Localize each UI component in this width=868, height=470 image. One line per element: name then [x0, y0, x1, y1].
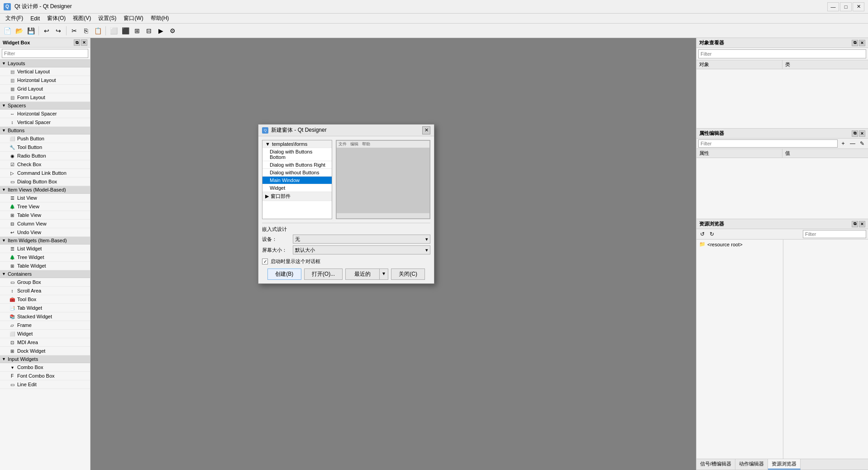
toolbar-redo[interactable]: ↪ [53, 25, 64, 36]
object-inspector-filter-input[interactable] [698, 49, 866, 58]
minimize-button[interactable]: — [827, 2, 839, 11]
category-input-widgets[interactable]: ▼ Input Widgets [0, 355, 90, 363]
tab-signal-slot[interactable]: 信号/槽编辑器 [696, 459, 735, 470]
widget-tree-view[interactable]: 🌲 Tree View [0, 202, 90, 211]
widget-table-view[interactable]: ⊞ Table View [0, 211, 90, 220]
widget-horizontal-layout[interactable]: ▥ Horizontal Layout [0, 76, 90, 85]
menu-window[interactable]: 窗口(W) [120, 14, 147, 23]
widget-vertical-spacer[interactable]: ↕ Vertical Spacer [0, 118, 90, 127]
category-item-widgets[interactable]: ▼ Item Widgets (Item-Based) [0, 237, 90, 245]
dialog-close-dialog-btn[interactable]: 关闭(C) [391, 269, 425, 280]
object-inspector-close[interactable]: ✕ [859, 40, 865, 46]
resource-browser-filter-input[interactable] [803, 230, 866, 238]
canvas-area[interactable]: Q 新建窗体 - Qt Designer ✕ ▼ templates\forms [91, 38, 696, 470]
toolbar-preview[interactable]: ▶ [155, 25, 166, 36]
menu-form[interactable]: 窗体(O) [43, 14, 69, 23]
prop-add-btn[interactable]: + [839, 139, 847, 148]
widget-form-layout[interactable]: ▧ Form Layout [0, 93, 90, 102]
toolbar-align-left[interactable]: ⬜ [108, 25, 119, 36]
widget-frame[interactable]: ▱ Frame [0, 321, 90, 330]
widget-tab-widget[interactable]: 📑 Tab Widget [0, 304, 90, 312]
resource-browser-float[interactable]: ⧉ [852, 221, 858, 227]
toolbar-settings2[interactable]: ⚙ [167, 25, 178, 36]
tree-item-window-parts[interactable]: ▶ 窗口部件 [262, 192, 332, 201]
widget-push-button[interactable]: ⬜ Push Button [0, 134, 90, 143]
widget-command-link-button[interactable]: ▷ Command Link Button [0, 169, 90, 177]
widget-radio-button[interactable]: ◉ Radio Button [0, 152, 90, 160]
category-spacers[interactable]: ▼ Spacers [0, 102, 90, 110]
widget-horizontal-spacer[interactable]: ↔ Horizontal Spacer [0, 110, 90, 118]
tab-resource-browser[interactable]: 资源浏览器 [768, 459, 801, 470]
property-editor-filter-input[interactable] [698, 139, 838, 148]
dialog-recent-btn[interactable]: 最近的 [345, 269, 379, 280]
resource-refresh-btn[interactable]: ↺ [698, 230, 706, 238]
tree-item-templates[interactable]: ▼ templates\forms [262, 140, 332, 148]
widget-stacked-widget[interactable]: 📚 Stacked Widget [0, 312, 90, 321]
toolbar-align-center[interactable]: ⬛ [120, 25, 131, 36]
toolbar-copy[interactable]: ⎘ [81, 25, 91, 36]
menu-view[interactable]: 视图(V) [69, 14, 95, 23]
toolbar-new[interactable]: 📄 [2, 25, 13, 36]
tab-action-editor[interactable]: 动作编辑器 [735, 459, 768, 470]
tree-item-dialog-buttons-bottom[interactable]: Dialog with Buttons Bottom [262, 148, 332, 161]
widget-scroll-area[interactable]: ↕ Scroll Area [0, 287, 90, 295]
toolbar-open[interactable]: 📂 [14, 25, 24, 36]
resource-browser-close[interactable]: ✕ [859, 221, 865, 227]
tree-item-dialog-buttons-right[interactable]: Dialog with Buttons Right [262, 161, 332, 169]
widget-table-widget[interactable]: ⊞ Table Widget [0, 262, 90, 270]
resource-root-item[interactable]: 📁 <resource root> [697, 240, 782, 248]
dialog-recent-dropdown-btn[interactable]: ▾ [379, 269, 388, 280]
show-dialog-checkbox[interactable]: ✓ [262, 259, 268, 264]
resource-add-btn[interactable]: ↻ [708, 230, 716, 238]
toolbar-undo[interactable]: ↩ [41, 25, 52, 36]
widget-list-widget[interactable]: ☰ List Widget [0, 245, 90, 253]
dialog-create-btn[interactable]: 创建(B) [267, 269, 301, 280]
category-containers[interactable]: ▼ Containers [0, 270, 90, 278]
widget-font-combo-box[interactable]: F Font Combo Box [0, 372, 90, 380]
tree-item-main-window[interactable]: Main Window [262, 177, 332, 184]
screen-size-combo[interactable]: 默认大小 ▾ [293, 245, 430, 254]
tree-item-dialog-without-buttons[interactable]: Dialog without Buttons [262, 169, 332, 177]
category-item-views[interactable]: ▼ Item Views (Model-Based) [0, 186, 90, 194]
widget-combo-box[interactable]: ▾ Combo Box [0, 363, 90, 372]
widget-dock-widget[interactable]: ⊞ Dock Widget [0, 347, 90, 355]
widget-box-float[interactable]: ⧉ [74, 39, 80, 46]
widget-box-close[interactable]: ✕ [81, 39, 87, 46]
widget-undo-view[interactable]: ↩ Undo View [0, 228, 90, 237]
toolbar-paste[interactable]: 📋 [92, 25, 103, 36]
category-buttons[interactable]: ▼ Buttons [0, 127, 90, 134]
widget-dialog-button-box[interactable]: ▭ Dialog Button Box [0, 177, 90, 186]
widget-tool-box[interactable]: 🧰 Tool Box [0, 295, 90, 304]
tree-item-widget[interactable]: Widget [262, 184, 332, 192]
widget-grid-layout[interactable]: ▦ Grid Layout [0, 85, 90, 93]
widget-tool-button[interactable]: 🔧 Tool Button [0, 143, 90, 152]
widget-line-edit[interactable]: ▭ Line Edit [0, 380, 90, 389]
widget-check-box[interactable]: ☑ Check Box [0, 160, 90, 169]
widget-list-view[interactable]: ☰ List View [0, 194, 90, 202]
menu-file[interactable]: 文件(F) [2, 14, 27, 23]
widget-tree-widget[interactable]: 🌲 Tree Widget [0, 253, 90, 262]
object-inspector-float[interactable]: ⧉ [852, 40, 858, 46]
toolbar-grid[interactable]: ⊞ [132, 25, 143, 36]
menu-help[interactable]: 帮助(H) [147, 14, 173, 23]
prop-edit-btn[interactable]: ✎ [858, 139, 866, 148]
dialog-open-btn[interactable]: 打开(O)... [304, 269, 343, 280]
widget-mdi-area[interactable]: ⊡ MDI Area [0, 338, 90, 347]
device-combo[interactable]: 无 ▾ [293, 235, 430, 244]
category-layouts[interactable]: ▼ Layouts [0, 60, 90, 67]
menu-settings[interactable]: 设置(S) [95, 14, 120, 23]
property-editor-close[interactable]: ✕ [859, 130, 865, 137]
close-button[interactable]: ✕ [853, 2, 864, 11]
widget-box-filter-input[interactable] [2, 49, 88, 58]
widget-widget[interactable]: ⬜ Widget [0, 330, 90, 338]
toolbar-cut[interactable]: ✂ [69, 25, 80, 36]
dialog-close-btn[interactable]: ✕ [422, 126, 430, 134]
prop-remove-btn[interactable]: — [849, 139, 857, 148]
toolbar-break[interactable]: ⊟ [143, 25, 154, 36]
menu-edit[interactable]: Edit [27, 14, 43, 23]
widget-group-box[interactable]: ▭ Group Box [0, 278, 90, 287]
widget-column-view[interactable]: ⊟ Column View [0, 220, 90, 228]
toolbar-save[interactable]: 💾 [25, 25, 36, 36]
property-editor-float[interactable]: ⧉ [852, 130, 858, 137]
widget-vertical-layout[interactable]: ▤ Vertical Layout [0, 67, 90, 76]
